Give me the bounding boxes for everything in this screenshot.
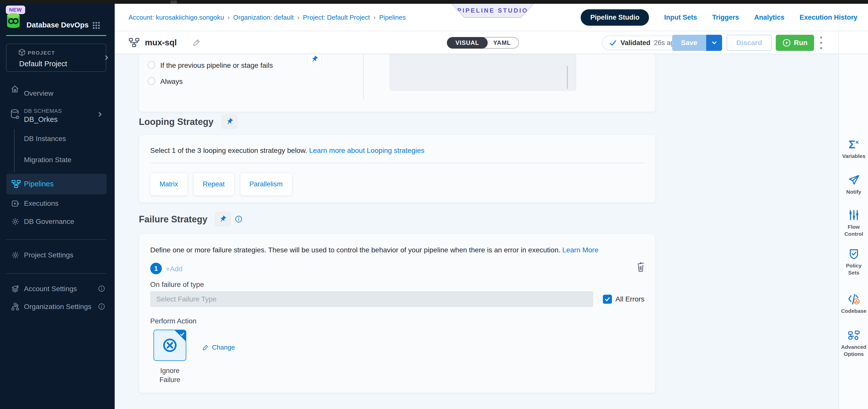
add-strategy-link[interactable]: +Add <box>166 265 183 273</box>
pipelines-label: Pipelines <box>24 180 54 188</box>
db-schemas-label: DB SCHEMAS <box>24 108 62 114</box>
module-grid-icon[interactable] <box>92 21 101 30</box>
strategy-number-badge[interactable]: 1 <box>150 263 162 274</box>
sidebar-divider <box>6 273 106 274</box>
failure-learn-more-link[interactable]: Learn More <box>562 246 598 254</box>
sidebar-item-db-schemas[interactable]: DB SCHEMAS DB_Orkes <box>0 103 115 126</box>
pipeline-toolbar: mux-sql VISUAL YAML Validated 26s ago Sa… <box>115 31 868 54</box>
breadcrumb-separator: › <box>293 13 303 21</box>
tab-triggers[interactable]: Triggers <box>712 13 739 22</box>
project-selector[interactable]: PROJECT Default Project <box>6 43 106 72</box>
discard-button[interactable]: Discard <box>726 35 772 51</box>
all-errors-checkbox[interactable] <box>603 295 612 304</box>
breadcrumb-project[interactable]: Project: Default Project <box>303 13 370 21</box>
validated-label: Validated <box>620 39 651 47</box>
pin-button[interactable] <box>308 54 321 65</box>
project-label: PROJECT <box>28 50 55 56</box>
failure-strategy-card: Define one or more failure strategies. T… <box>139 234 655 393</box>
more-options-kebab[interactable] <box>818 36 824 49</box>
save-button[interactable]: Save <box>672 35 706 51</box>
delete-strategy-icon[interactable] <box>636 261 646 272</box>
edit-pencil-icon[interactable] <box>192 38 201 47</box>
info-icon[interactable] <box>98 303 105 310</box>
card-column-divider <box>363 54 364 100</box>
breadcrumb-separator: › <box>370 13 379 21</box>
gear-icon <box>11 251 20 260</box>
database-devops-logo <box>6 12 21 29</box>
pipelines-icon <box>11 180 21 189</box>
sidebar-item-pipelines[interactable]: Pipelines <box>6 174 106 195</box>
pipeline-studio-banner: PIPELINE STUDIO <box>451 4 534 18</box>
tab-pipeline-studio[interactable]: Pipeline Studio <box>581 9 649 26</box>
looping-learn-more-link[interactable]: Learn more about Looping strategies <box>309 146 425 155</box>
breadcrumb-separator: › <box>224 13 234 21</box>
tab-input-sets[interactable]: Input Sets <box>664 13 697 22</box>
breadcrumb-organization[interactable]: Organization: default <box>233 13 293 21</box>
conditional-execution-card: If the previous pipeline or stage fails … <box>139 54 655 112</box>
change-action-link[interactable]: Change <box>202 343 235 351</box>
sidebar-item-organization-settings[interactable]: Organization Settings <box>0 299 115 314</box>
save-dropdown-button[interactable] <box>706 35 722 51</box>
check-icon <box>609 39 617 47</box>
sidebar-item-executions[interactable]: Executions <box>0 196 115 211</box>
pin-button[interactable] <box>222 114 238 129</box>
looping-options: Matrix Repeat Parallelism <box>150 173 292 196</box>
sidebar-item-db-governance[interactable]: DB Governance <box>0 214 115 229</box>
sidebar-item-migration-state[interactable]: Migration State <box>24 156 71 164</box>
database-gear-icon <box>10 109 20 120</box>
toggle-visual[interactable]: VISUAL <box>447 37 488 48</box>
radio-always[interactable] <box>148 77 155 85</box>
product-title: Database DevOps <box>27 21 89 29</box>
layers-gear-icon <box>10 284 20 293</box>
notify-send-icon <box>848 174 860 186</box>
card-divider <box>150 163 645 163</box>
sidebar-item-db-instances[interactable]: DB Instances <box>24 135 66 143</box>
window-strip <box>0 0 868 4</box>
breadcrumb-account[interactable]: Account: kurosakiichigo.songoku <box>128 13 224 21</box>
info-icon[interactable] <box>235 215 243 223</box>
failure-strategy-title: Failure Strategy <box>139 214 208 225</box>
parallelism-button[interactable]: Parallelism <box>240 173 292 196</box>
banner-label: PIPELINE STUDIO <box>457 7 528 14</box>
tab-execution-history[interactable]: Execution History <box>800 13 858 22</box>
main-content: If the previous pipeline or stage fails … <box>115 54 838 409</box>
toolbar-divider <box>838 31 839 54</box>
gear-icon <box>11 217 20 226</box>
play-circle-icon <box>782 38 791 47</box>
pin-icon <box>226 118 234 126</box>
preview-scrollbar[interactable] <box>567 66 568 89</box>
breadcrumb: Account: kurosakiichigo.songoku › Organi… <box>128 13 406 21</box>
breadcrumb-pipelines[interactable]: Pipelines <box>379 13 406 21</box>
breadcrumb-row: Account: kurosakiichigo.songoku › Organi… <box>115 4 868 31</box>
matrix-button[interactable]: Matrix <box>150 173 187 196</box>
run-label: Run <box>794 39 807 47</box>
pin-button[interactable] <box>215 212 230 226</box>
radio-previous-fails-label: If the previous pipeline or stage fails <box>160 62 273 69</box>
pin-icon <box>219 215 226 223</box>
rail-item-notify[interactable]: Notify <box>839 174 868 196</box>
sidebar-item-overview[interactable]: Overview .nav-label.vc2{transform:transl… <box>0 82 115 97</box>
home-icon <box>10 85 19 94</box>
variables-icon: Σ× <box>848 137 859 150</box>
perform-action-label: Perform Action <box>150 317 196 325</box>
cube-icon <box>18 48 26 56</box>
info-icon[interactable] <box>98 285 105 293</box>
tab-analytics[interactable]: Analytics <box>754 13 784 22</box>
rail-item-advanced-options[interactable]: AdvancedOptions <box>839 330 868 357</box>
radio-previous-fails[interactable] <box>148 61 155 69</box>
repeat-button[interactable]: Repeat <box>193 173 234 196</box>
rail-item-codebase[interactable]: Codebase <box>839 294 868 314</box>
rail-item-policy-sets[interactable]: PolicySets <box>839 248 868 276</box>
condition-preview-box <box>390 54 576 91</box>
rail-item-variables[interactable]: Σ× Variables <box>839 137 868 160</box>
run-button[interactable]: Run <box>776 35 814 51</box>
sidebar-item-account-settings[interactable]: Account Settings <box>0 281 115 297</box>
rail-item-flow-control[interactable]: FlowControl <box>839 209 868 238</box>
right-rail: Σ× Variables Notify FlowControl PolicySe… <box>838 54 868 409</box>
failure-type-select[interactable] <box>150 291 593 307</box>
action-label-line2: Failure <box>154 376 186 384</box>
chevron-right-icon <box>96 111 103 118</box>
sidebar-item-project-settings[interactable]: Project Settings <box>0 247 115 263</box>
pipeline-name: mux-sql <box>145 38 177 47</box>
ignore-failure-tile[interactable] <box>154 330 186 361</box>
